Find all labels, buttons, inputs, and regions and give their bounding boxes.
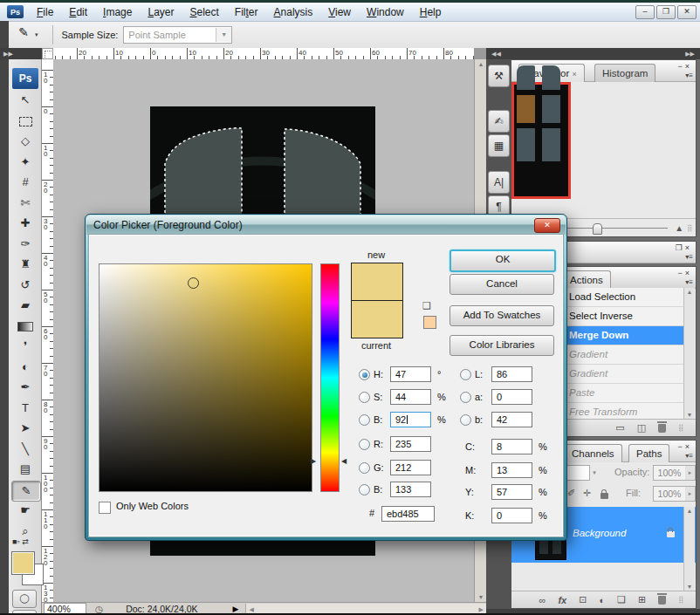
fill-spinner-icon[interactable]: ▸ [685,486,696,502]
layers-scrollbar[interactable]: ▲ ▼ [683,507,695,591]
sample-size-dropdown[interactable]: Point Sample ▼ [123,26,232,44]
scroll-left-icon[interactable]: ◀ [249,606,253,613]
panel-restore-icon[interactable]: ❐ [676,243,685,252]
menu-file[interactable]: File [29,4,61,20]
s-radio[interactable] [359,392,370,403]
ok-button[interactable]: OK [450,249,556,272]
panel-menu-icon[interactable]: ▾≡ [685,72,693,79]
panel-menu-icon[interactable]: ▾≡ [685,253,693,261]
menu-help[interactable]: Help [412,4,450,20]
foreground-color-swatch[interactable] [11,551,35,575]
trash-icon[interactable] [658,424,666,433]
panel-menu-icon[interactable]: ▾≡ [685,278,693,286]
ruler-origin-corner[interactable] [42,48,53,59]
dropdown-caret-icon[interactable]: ▾ [588,465,600,481]
menu-layer[interactable]: Layer [140,4,182,20]
tab-paths[interactable]: Paths [628,444,669,462]
scroll-down-icon[interactable]: ▼ [476,594,486,600]
link-layers-icon[interactable]: ∞ [539,595,546,605]
tool-quick-selection[interactable]: ✦ [11,153,39,172]
tool-line[interactable]: ╲ [11,440,39,459]
tool-healing-brush[interactable]: ✚ [11,214,39,233]
panel-minimize-icon[interactable]: − [677,62,684,71]
tool-notes[interactable]: ▤ [11,460,39,479]
menu-filter[interactable]: Filter [227,4,266,20]
tool-dodge[interactable]: ◐ [11,358,39,377]
b-radio[interactable] [359,414,370,426]
hex-field[interactable]: ebd485 [381,506,435,522]
trash-icon[interactable] [658,596,666,605]
panel-close-icon[interactable]: × [685,243,692,252]
lock-all-icon[interactable] [600,493,608,499]
tool-path-selection[interactable]: ➤ [11,419,39,438]
panel-close-icon[interactable]: × [685,269,692,277]
panel-icon-tool-presets[interactable]: ⚒ [488,65,510,87]
minimize-button[interactable]: – [635,5,655,19]
hue-slider[interactable] [320,263,340,492]
b2-radio[interactable] [359,484,370,495]
tool-clone-stamp[interactable]: ♜ [11,255,39,274]
h-radio[interactable] [359,369,370,380]
tool-eyedropper[interactable]: ✎ [11,481,41,502]
dock-collapse-right-icon[interactable]: ▶▶ [685,48,695,59]
hue-arrow-right-icon[interactable]: ◀ [341,457,347,465]
resize-grip-icon[interactable]: ⣿ [678,424,683,432]
opacity-spinner-icon[interactable]: ▸ [685,465,696,481]
navigator-proxy-view[interactable] [511,82,571,199]
r-field[interactable]: 235 [390,436,431,452]
tab-actions[interactable]: Actions [562,270,611,289]
menu-select[interactable]: Select [182,4,226,20]
tab-histogram[interactable]: Histogram [594,64,655,82]
layer-style-fx-icon[interactable]: fx [558,595,566,605]
panel-icon-layer-comps[interactable]: ▦ [488,134,510,157]
scroll-right-icon[interactable]: ▶ [479,606,484,613]
tool-slice[interactable]: ✄ [11,194,39,213]
panel-menu-icon[interactable]: ▾≡ [685,452,693,460]
scroll-up-icon[interactable]: ▲ [684,289,695,295]
close-button[interactable]: ✕ [677,5,697,19]
panel-close-icon[interactable]: × [685,62,692,71]
g-radio[interactable] [359,462,370,474]
tool-rect-marquee[interactable] [11,112,39,131]
menu-view[interactable]: View [320,4,359,20]
lock-brush-icon[interactable]: ✐ [567,488,575,499]
panel-minimize-icon[interactable]: − [677,442,684,451]
tool-gradient[interactable] [11,317,39,336]
tool-lasso[interactable]: ◇ [11,132,39,151]
k-field[interactable]: 0 [491,508,532,523]
only-web-colors-checkbox[interactable] [99,502,111,514]
tool-dock-collapse[interactable]: ▶▶ [0,48,42,59]
tool-move[interactable]: ↖ [11,91,39,110]
menu-window[interactable]: Window [359,4,412,20]
panel-icon-character[interactable]: A| [488,171,510,194]
layer-group-icon[interactable]: ❏ [617,594,626,605]
tool-preset-caret-icon[interactable]: ▾ [35,31,38,38]
a-radio[interactable] [460,392,471,403]
dialog-titlebar[interactable]: Color Picker (Foreground Color) ✕ [86,215,566,235]
cancel-button[interactable]: Cancel [450,274,554,295]
tab-channels[interactable]: Channels [564,444,622,462]
menu-image[interactable]: Image [95,4,140,20]
resize-grip-icon[interactable]: ⣿ [687,224,692,232]
tool-crop[interactable]: # [11,173,39,192]
a-field[interactable]: 0 [491,389,532,405]
color-field[interactable] [99,263,312,492]
dialog-close-button[interactable]: ✕ [534,218,560,233]
scroll-down-icon[interactable]: ▼ [684,584,695,590]
menu-analysis[interactable]: Analysis [266,4,321,20]
add-to-swatches-button[interactable]: Add To Swatches [450,305,554,326]
h-field[interactable]: 47 [390,366,431,382]
lab-b-field[interactable]: 42 [491,412,532,427]
adjustment-layer-icon[interactable]: ◐ [599,595,605,605]
restore-button[interactable]: ❐ [656,5,676,19]
new-action-camera-icon[interactable]: ◫ [637,422,646,434]
zoom-in-mountain-icon[interactable]: ▲ [675,223,683,233]
lock-move-icon[interactable]: ✛ [583,488,591,499]
panel-minimize-icon[interactable]: − [677,269,684,277]
quick-mask-button[interactable]: ◯ [12,590,37,608]
b2-field[interactable]: 133 [390,482,431,497]
web-gamut-cube-icon[interactable]: ❑ [422,300,431,311]
tool-hand[interactable]: ☛ [11,501,39,520]
resize-grip-icon[interactable]: ⣿ [678,596,683,604]
l-field[interactable]: 86 [491,366,532,382]
